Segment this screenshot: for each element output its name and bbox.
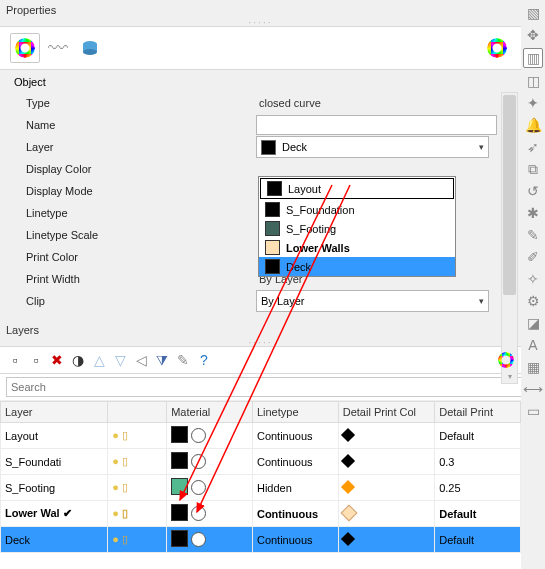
filter-icon[interactable]: ⧩ bbox=[153, 351, 171, 369]
col-material[interactable]: Material bbox=[167, 402, 253, 423]
properties-toolbar: 〰 bbox=[0, 27, 521, 70]
layer-row[interactable]: Layout ● ▯ Continuous Default bbox=[1, 423, 521, 449]
pen-icon[interactable]: ✎ bbox=[524, 226, 542, 244]
check-icon: ✔ bbox=[63, 507, 72, 519]
color-wheel-icon-right[interactable] bbox=[483, 34, 511, 62]
col-detail-print-col[interactable]: Detail Print Col bbox=[338, 402, 434, 423]
clip-value: By Layer bbox=[261, 295, 304, 307]
dropdown-item-sfoundation[interactable]: S_Foundation bbox=[259, 200, 455, 219]
layer-row-current[interactable]: Lower Wal ✔ ● ▯ Continuous Default bbox=[1, 501, 521, 527]
col-layer[interactable]: Layer bbox=[1, 402, 108, 423]
layer-dropdown[interactable]: Layout S_Foundation S_Footing Lower Wall… bbox=[258, 176, 456, 277]
brush-icon[interactable]: ➶ bbox=[524, 138, 542, 156]
layer-props-icon[interactable]: ◑ bbox=[69, 351, 87, 369]
net-icon[interactable]: ✱ bbox=[524, 204, 542, 222]
chevron-down-icon: ▾ bbox=[479, 142, 484, 152]
bell-icon[interactable]: 🔔 bbox=[524, 116, 542, 134]
up-icon[interactable]: △ bbox=[90, 351, 108, 369]
delete-layer-icon[interactable]: ✖ bbox=[48, 351, 66, 369]
layers-table: Layer Material Linetype Detail Print Col… bbox=[0, 401, 521, 553]
object-header: Object bbox=[14, 74, 489, 92]
display-color-label: Display Color bbox=[14, 163, 256, 175]
dropdown-item-deck[interactable]: Deck bbox=[259, 257, 455, 276]
type-label: Type bbox=[14, 97, 256, 109]
print-color-label: Print Color bbox=[14, 251, 256, 263]
right-tool-strip: ▧ ✥ ▥ ◫ ✦ 🔔 ➶ ⧉ ↺ ✱ ✎ ✐ ✧ ⚙ ◪ A ▦ ⟷ ▭ bbox=[521, 0, 545, 569]
tools-icon[interactable]: ✎ bbox=[174, 351, 192, 369]
display-icon[interactable]: ▥ bbox=[523, 48, 543, 68]
layers-toolbar: ▫ ▫ ✖ ◑ △ ▽ ◁ ⧩ ✎ ? bbox=[0, 347, 521, 374]
layers-icon[interactable]: ⧉ bbox=[524, 160, 542, 178]
help-icon[interactable]: ? bbox=[195, 351, 213, 369]
clip-label: Clip bbox=[14, 295, 256, 307]
gear-icon[interactable]: ⚙ bbox=[524, 292, 542, 310]
pin-icon[interactable]: ✧ bbox=[524, 270, 542, 288]
move-icon[interactable]: ✥ bbox=[524, 26, 542, 44]
layer-row[interactable]: S_Footing ● ▯ Hidden 0.25 bbox=[1, 475, 521, 501]
svg-point-2 bbox=[83, 49, 97, 55]
layer-row[interactable]: S_Foundati ● ▯ Continuous 0.3 bbox=[1, 449, 521, 475]
layer-label: Layer bbox=[14, 141, 256, 153]
text-icon[interactable]: A bbox=[524, 336, 542, 354]
display-mode-label: Display Mode bbox=[14, 185, 256, 197]
cyl-icon[interactable] bbox=[76, 34, 104, 62]
layer-combo-value: Deck bbox=[282, 141, 307, 153]
undo-icon[interactable]: ↺ bbox=[524, 182, 542, 200]
chevron-down-icon: ▾ bbox=[479, 296, 484, 306]
properties-scrollbar[interactable]: ▾ bbox=[501, 92, 518, 384]
print-width-label: Print Width bbox=[14, 273, 256, 285]
panel-grip[interactable]: ····· bbox=[0, 20, 521, 27]
panel-grip[interactable]: ····· bbox=[0, 340, 521, 347]
main-column: Properties ····· 〰 ▾ Object Typeclosed c… bbox=[0, 0, 521, 569]
new-sublayer-icon[interactable]: ▫ bbox=[27, 351, 45, 369]
dims-icon[interactable]: ⟷ bbox=[524, 380, 542, 398]
wand-icon[interactable]: ✦ bbox=[524, 94, 542, 112]
new-layer-icon[interactable]: ▫ bbox=[6, 351, 24, 369]
col-linetype[interactable]: Linetype bbox=[252, 402, 338, 423]
layer-combo[interactable]: Deck▾ bbox=[256, 136, 489, 158]
linetype-scale-label: Linetype Scale bbox=[14, 229, 256, 241]
prev-icon[interactable]: ◁ bbox=[132, 351, 150, 369]
col-state[interactable] bbox=[108, 402, 167, 423]
curl-icon[interactable]: 〰 bbox=[44, 34, 72, 62]
col-detail-print[interactable]: Detail Print bbox=[435, 402, 521, 423]
box-icon[interactable]: ▭ bbox=[524, 402, 542, 420]
linetype-label: Linetype bbox=[14, 207, 256, 219]
clip-combo[interactable]: By Layer▾ bbox=[256, 290, 489, 312]
dropdown-item-layout[interactable]: Layout bbox=[260, 178, 454, 199]
name-input[interactable] bbox=[256, 115, 497, 135]
name-label: Name bbox=[14, 119, 256, 131]
eraser-icon[interactable]: ◪ bbox=[524, 314, 542, 332]
dropdown-item-lowerwalls[interactable]: Lower Walls bbox=[259, 238, 455, 257]
type-value: closed curve bbox=[256, 96, 489, 110]
dropdown-item-sfooting[interactable]: S_Footing bbox=[259, 219, 455, 238]
layer-row-selected[interactable]: Deck ● ▯ Continuous Default bbox=[1, 527, 521, 553]
down-icon[interactable]: ▽ bbox=[111, 351, 129, 369]
grid-icon[interactable]: ▦ bbox=[524, 358, 542, 376]
color-wheel-icon[interactable] bbox=[10, 33, 40, 63]
layers-search-input[interactable] bbox=[6, 377, 525, 397]
select-icon[interactable]: ◫ bbox=[524, 72, 542, 90]
brush2-icon[interactable]: ✐ bbox=[524, 248, 542, 266]
crop-icon[interactable]: ▧ bbox=[524, 4, 542, 22]
